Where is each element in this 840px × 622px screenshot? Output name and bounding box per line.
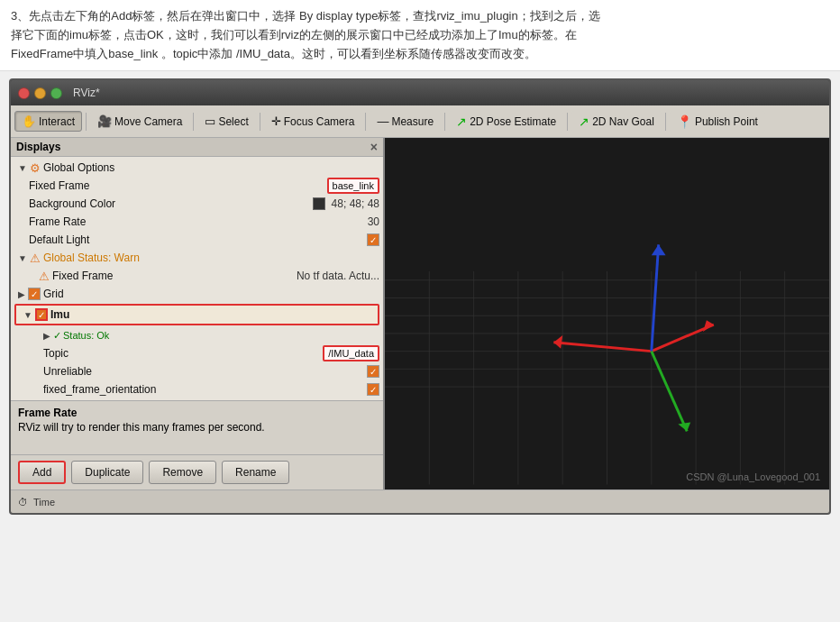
grid-svg: .grid-line { stroke: #333; stroke-width:… <box>385 138 829 485</box>
fixed-frame-status-value: No tf data. Actu... <box>297 270 379 282</box>
window-title: RViz* <box>73 87 100 99</box>
list-item[interactable]: Unreliable ✓ <box>11 362 383 380</box>
list-item[interactable]: ▼ ✓ Imu <box>16 306 378 324</box>
watermark: CSDN @Luna_Lovegood_001 <box>686 471 820 482</box>
svg-marker-21 <box>652 245 666 256</box>
bottom-info: Frame Rate RViz will try to render this … <box>11 400 383 454</box>
minimize-button[interactable] <box>34 87 46 99</box>
warn-sub-icon: ⚠ <box>39 270 50 283</box>
expand-arrow[interactable]: ▶ <box>43 331 50 341</box>
imu-section: ▼ ✓ Imu <box>14 304 379 325</box>
sep6 <box>567 113 568 131</box>
rename-button[interactable]: Rename <box>222 461 289 484</box>
bottom-info-title: Frame Rate <box>18 407 376 419</box>
2d-nav-icon: ↗ <box>579 114 589 129</box>
unreliable-checkbox[interactable]: ✓ <box>367 365 379 378</box>
default-light-label: Default Light <box>29 233 367 246</box>
frame-rate-label: Frame Rate <box>29 215 364 228</box>
measure-label: Measure <box>391 115 434 128</box>
2d-nav-label: 2D Nav Goal <box>592 115 654 128</box>
global-options-label: Global Options <box>43 161 379 174</box>
list-item[interactable]: Background Color 48; 48; 48 <box>11 195 383 213</box>
settings-icon: ⚙ <box>30 161 41 175</box>
svg-marker-17 <box>553 335 562 349</box>
imu-checkbox[interactable]: ✓ <box>35 308 48 321</box>
list-item[interactable]: fixed_frame_orientation ✓ <box>11 380 383 398</box>
fixed-frame-label: Fixed Frame <box>29 179 327 192</box>
sep1 <box>86 113 87 131</box>
list-item[interactable]: ▼ ⚙ Global Options <box>11 159 383 177</box>
time-label: Time <box>33 497 55 508</box>
select-label: Select <box>218 115 248 128</box>
global-status-label: Global Status: Warn <box>43 252 379 264</box>
add-button[interactable]: Add <box>18 461 66 484</box>
buttons-row: Add Duplicate Remove Rename <box>11 454 383 489</box>
expand-arrow[interactable]: ▶ <box>18 289 25 299</box>
default-light-checkbox[interactable]: ✓ <box>367 233 379 246</box>
sep3 <box>260 113 260 131</box>
status-left: ⏱ Time <box>18 497 55 508</box>
publish-point-label: Publish Point <box>695 115 758 128</box>
list-item[interactable]: Frame Rate 30 <box>11 213 383 231</box>
fixed-frame-value[interactable]: base_link <box>327 178 379 194</box>
sep4 <box>365 113 366 131</box>
ok-icon: ✓ <box>53 330 61 342</box>
toolbar-2d-nav[interactable]: ↗ 2D Nav Goal <box>571 111 662 133</box>
publish-point-icon: 📍 <box>677 114 692 129</box>
expand-arrow[interactable]: ▼ <box>18 163 27 173</box>
expand-arrow[interactable]: ▼ <box>23 310 32 320</box>
expand-arrow[interactable]: ▼ <box>18 253 27 263</box>
remove-button[interactable]: Remove <box>149 461 216 484</box>
focus-camera-label: Focus Camera <box>284 115 355 128</box>
select-icon: ▭ <box>205 114 215 128</box>
interact-label: Interact <box>39 115 75 128</box>
list-item[interactable]: Topic /IMU_data <box>11 344 383 362</box>
displays-header: Displays × <box>11 138 383 157</box>
displays-close-button[interactable]: × <box>370 141 378 153</box>
toolbar-select[interactable]: ▭ Select <box>197 111 255 132</box>
toolbar-2d-pose[interactable]: ↗ 2D Pose Estimate <box>449 111 563 133</box>
instruction-block: 3、先点击左下角的Add标签，然后在弹出窗口中，选择 By display ty… <box>0 0 840 71</box>
main-area: Displays × ▼ ⚙ Global Options Fixed Fram… <box>11 138 829 489</box>
toolbar-measure[interactable]: — Measure <box>370 111 441 132</box>
grid-checkbox[interactable]: ✓ <box>28 288 41 300</box>
warn-icon: ⚠ <box>30 252 41 265</box>
list-item[interactable]: ▶ ⚠ Fixed Frame No tf data. Actu... <box>11 267 383 285</box>
displays-title: Displays <box>16 141 60 153</box>
background-color-value: 48; 48; 48 <box>332 197 379 210</box>
toolbar-move-camera[interactable]: 🎥 Move Camera <box>90 111 189 132</box>
toolbar-interact[interactable]: ✋ Interact <box>14 111 82 132</box>
svg-line-22 <box>652 352 687 432</box>
maximize-button[interactable] <box>50 87 62 99</box>
unreliable-label: Unreliable <box>43 365 367 378</box>
list-item[interactable]: Fixed Frame base_link <box>11 177 383 195</box>
list-item[interactable]: Default Light ✓ <box>11 231 383 249</box>
2d-pose-label: 2D Pose Estimate <box>470 115 556 128</box>
svg-line-16 <box>553 343 651 352</box>
instruction-line3: FixedFrame中填入base_link 。topic中添加 /IMU_da… <box>11 47 536 60</box>
fixed-frame-orientation-label: fixed_frame_orientation <box>43 383 367 396</box>
2d-pose-icon: ↗ <box>456 114 467 129</box>
topic-value[interactable]: /IMU_data <box>323 345 379 361</box>
move-camera-label: Move Camera <box>114 115 182 128</box>
list-item[interactable]: ▼ ⚠ Global Status: Warn <box>11 249 383 267</box>
duplicate-button[interactable]: Duplicate <box>71 461 143 484</box>
grid-label: Grid <box>43 288 379 300</box>
list-item[interactable]: ▶ ✓ Grid <box>11 285 383 303</box>
sep2 <box>193 113 194 131</box>
toolbar: ✋ Interact 🎥 Move Camera ▭ Select ✛ Focu… <box>11 105 829 138</box>
list-item[interactable]: ▶ ✓ Status: Ok <box>11 326 383 344</box>
fixed-frame-status-label: Fixed Frame <box>52 270 293 282</box>
instruction-line1: 3、先点击左下角的Add标签，然后在弹出窗口中，选择 By display ty… <box>11 9 600 23</box>
tree-area[interactable]: ▼ ⚙ Global Options Fixed Frame base_link… <box>11 157 383 400</box>
toolbar-publish-point[interactable]: 📍 Publish Point <box>670 111 765 133</box>
right-panel[interactable]: .grid-line { stroke: #333; stroke-width:… <box>385 138 829 489</box>
toolbar-focus-camera[interactable]: ✛ Focus Camera <box>264 111 362 132</box>
move-camera-icon: 🎥 <box>97 114 112 128</box>
sep7 <box>665 113 666 131</box>
fixed-frame-orientation-checkbox[interactable]: ✓ <box>367 383 379 396</box>
measure-icon: — <box>377 114 388 128</box>
interact-icon: ✋ <box>22 114 36 128</box>
viewport-3d: .grid-line { stroke: #333; stroke-width:… <box>385 138 829 489</box>
close-button[interactable] <box>18 87 30 99</box>
